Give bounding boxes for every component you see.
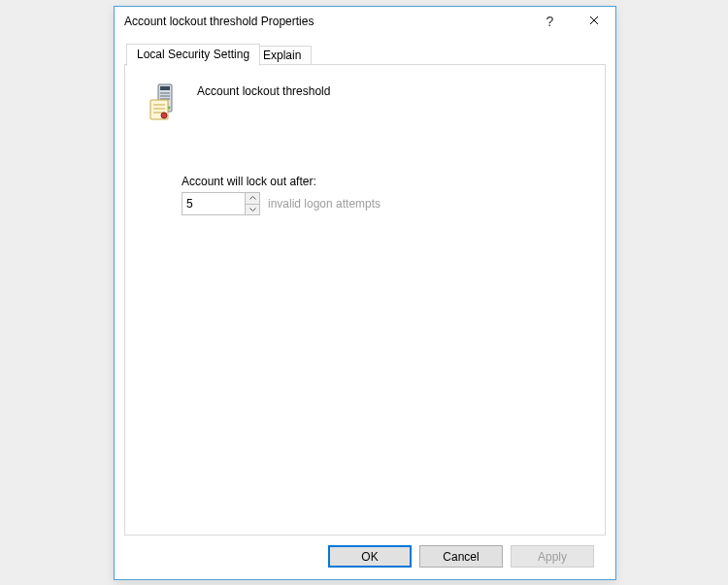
cancel-button[interactable]: Cancel [419,545,503,568]
titlebar: Account lockout threshold Properties ? [115,7,615,36]
button-label: Cancel [443,550,479,564]
setting-label: Account will lock out after: [182,175,585,188]
spinner-row: invalid logon attempts [182,192,585,215]
button-label: OK [361,550,378,564]
client-area: Local Security Setting Explain [115,36,615,579]
dialog-buttons: OK Cancel Apply [124,536,606,579]
threshold-input[interactable] [182,193,245,214]
panel-content: Account lockout threshold Account will l… [125,65,605,225]
spin-down-button[interactable] [246,204,259,215]
svg-rect-3 [160,95,170,97]
setting-block: Account will lock out after: [182,175,585,215]
close-icon [589,15,599,28]
close-button[interactable] [572,7,615,36]
ok-button[interactable]: OK [328,545,412,568]
tab-label: Explain [263,49,301,62]
svg-rect-2 [160,92,170,94]
svg-point-10 [161,113,167,118]
help-button[interactable]: ? [528,7,572,36]
tab-panel: Account lockout threshold Account will l… [124,64,606,536]
apply-button: Apply [511,545,594,568]
button-label: Apply [538,550,567,564]
tab-explain[interactable]: Explain [252,46,312,65]
help-icon: ? [546,14,554,29]
tab-strip: Local Security Setting Explain [124,44,606,65]
chevron-up-icon [249,196,256,200]
tab-local-security-setting[interactable]: Local Security Setting [126,44,260,66]
spin-up-button[interactable] [246,193,259,204]
svg-rect-1 [160,86,170,90]
spinner-buttons [245,193,259,214]
properties-dialog: Account lockout threshold Properties ? L… [114,6,616,580]
chevron-down-icon [249,208,256,211]
policy-title: Account lockout threshold [197,82,330,98]
threshold-spinner [182,192,260,215]
policy-header: Account lockout threshold [149,82,585,121]
unit-label: invalid logon attempts [268,197,381,211]
tab-label: Local Security Setting [137,48,249,61]
policy-icon [149,82,183,121]
dialog-title: Account lockout threshold Properties [124,15,528,28]
